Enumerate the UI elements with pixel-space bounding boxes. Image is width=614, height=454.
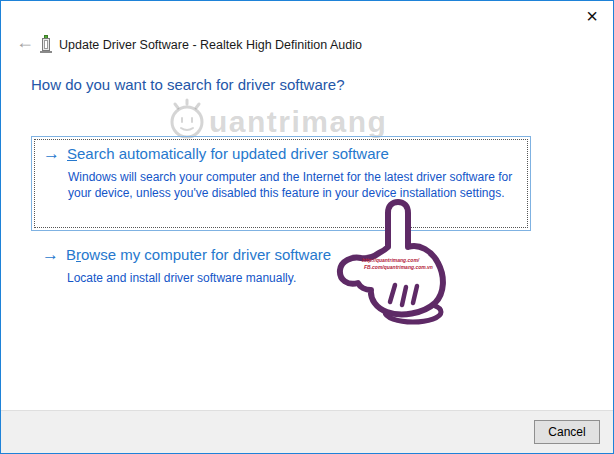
option-browse-title[interactable]: Browse my computer for driver software bbox=[66, 246, 331, 263]
wizard-title: Update Driver Software - Realtek High De… bbox=[59, 38, 362, 52]
driver-device-icon bbox=[38, 35, 54, 59]
cancel-button[interactable]: Cancel bbox=[534, 420, 600, 444]
footer-bar: Cancel bbox=[1, 410, 613, 453]
option-search-automatically[interactable]: → Search automatically for updated drive… bbox=[31, 136, 531, 231]
option-search-description: Windows will search your computer and th… bbox=[68, 169, 534, 202]
close-icon[interactable]: × bbox=[579, 3, 605, 27]
update-driver-wizard-window: × ← Update Driver Software - Realtek Hig… bbox=[0, 0, 614, 454]
option-browse-computer[interactable]: → Browse my computer for driver software… bbox=[31, 244, 531, 304]
arrow-right-icon: → bbox=[43, 144, 60, 164]
page-heading: How do you want to search for driver sof… bbox=[31, 76, 344, 93]
option-browse-description: Locate and install driver software manua… bbox=[67, 270, 533, 286]
back-arrow-icon[interactable]: ← bbox=[10, 31, 32, 51]
arrow-right-icon: → bbox=[42, 245, 59, 265]
option-search-title[interactable]: Search automatically for updated driver … bbox=[67, 145, 389, 162]
